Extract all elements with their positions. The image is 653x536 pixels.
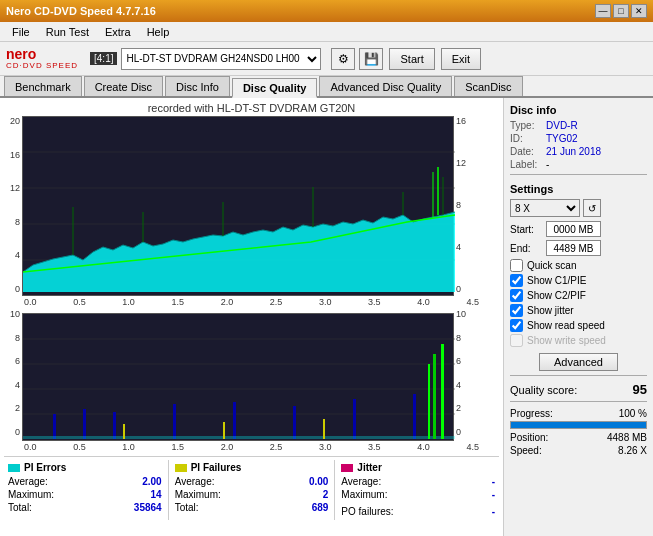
pi-failures-total: 689 (312, 502, 329, 513)
exit-button[interactable]: Exit (441, 48, 481, 70)
svg-rect-21 (293, 406, 296, 439)
disc-type-value: DVD-R (546, 120, 578, 131)
quality-score-label: Quality score: (510, 384, 577, 396)
svg-rect-19 (173, 404, 176, 439)
show-c1-pie-label: Show C1/PIE (527, 275, 586, 286)
stat-divider-1 (168, 460, 169, 520)
end-row: End: (510, 240, 647, 256)
right-panel: Disc info Type: DVD-R ID: TYG02 Date: 21… (503, 98, 653, 536)
top-chart-svg (23, 117, 455, 295)
pi-failures-average-row: Average: 0.00 (175, 475, 329, 488)
tab-disc-quality[interactable]: Disc Quality (232, 78, 318, 98)
svg-rect-28 (223, 422, 225, 439)
start-button[interactable]: Start (389, 48, 434, 70)
main-content: recorded with HL-DT-ST DVDRAM GT20N 20 1… (0, 98, 653, 536)
jitter-maximum: - (492, 489, 495, 500)
show-c2-pif-checkbox[interactable] (510, 289, 523, 302)
tab-scan-disc[interactable]: ScanDisc (454, 76, 522, 96)
show-c2-row: Show C2/PIF (510, 289, 647, 302)
svg-rect-25 (433, 354, 436, 439)
start-row: Start: (510, 221, 647, 237)
show-c2-pif-label: Show C2/PIF (527, 290, 586, 301)
tab-benchmark[interactable]: Benchmark (4, 76, 82, 96)
nero-logo-subtitle: CD·DVD SPEED (6, 61, 78, 70)
speed-row-2: Speed: 8.26 X (510, 445, 647, 456)
pi-errors-maximum: 14 (151, 489, 162, 500)
svg-rect-24 (441, 344, 444, 439)
show-c1-pie-checkbox[interactable] (510, 274, 523, 287)
show-jitter-label: Show jitter (527, 305, 574, 316)
progress-row: Progress: 100 % (510, 408, 647, 419)
menu-help[interactable]: Help (139, 24, 178, 40)
show-jitter-row: Show jitter (510, 304, 647, 317)
show-write-speed-checkbox (510, 334, 523, 347)
menu-extra[interactable]: Extra (97, 24, 139, 40)
position-value: 4488 MB (607, 432, 647, 443)
quality-score-row: Quality score: 95 (510, 382, 647, 397)
menu-run-test[interactable]: Run Test (38, 24, 97, 40)
save-icon-btn[interactable]: 💾 (359, 48, 383, 70)
tabs-row: Benchmark Create Disc Disc Info Disc Qua… (0, 76, 653, 98)
quality-score-value: 95 (633, 382, 647, 397)
show-read-speed-checkbox[interactable] (510, 319, 523, 332)
disc-label-row: Label: - (510, 159, 647, 170)
stats-row: PI Errors Average: 2.00 Maximum: 14 Tota… (4, 456, 499, 520)
show-read-speed-label: Show read speed (527, 320, 605, 331)
bottom-chart-svg (23, 314, 455, 442)
show-read-speed-row: Show read speed (510, 319, 647, 332)
jitter-maximum-row: Maximum: - (341, 488, 495, 501)
show-write-speed-label: Show write speed (527, 335, 606, 346)
close-button[interactable]: ✕ (631, 4, 647, 18)
nero-logo-text: nero (6, 47, 36, 61)
tab-create-disc[interactable]: Create Disc (84, 76, 163, 96)
stat-divider-2 (334, 460, 335, 520)
divider-3 (510, 401, 647, 402)
advanced-button[interactable]: Advanced (539, 353, 618, 371)
jitter-average: - (492, 476, 495, 487)
menu-file[interactable]: File (4, 24, 38, 40)
window-controls: — □ ✕ (595, 4, 647, 18)
tab-advanced-disc-quality[interactable]: Advanced Disc Quality (319, 76, 452, 96)
progress-section: Progress: 100 % Position: 4488 MB Speed:… (510, 408, 647, 456)
show-jitter-checkbox[interactable] (510, 304, 523, 317)
progress-value: 100 % (619, 408, 647, 419)
pi-errors-label: PI Errors (8, 462, 162, 473)
quick-scan-label: Quick scan (527, 260, 576, 271)
jitter-group: Jitter Average: - Maximum: - PO failures… (337, 460, 499, 520)
svg-rect-20 (233, 402, 236, 439)
minimize-button[interactable]: — (595, 4, 611, 18)
speed-label: Speed: (510, 445, 542, 456)
drive-label: [4:1] (90, 52, 117, 65)
start-field[interactable] (546, 221, 601, 237)
pi-errors-group: PI Errors Average: 2.00 Maximum: 14 Tota… (4, 460, 166, 520)
settings-icon-btn[interactable]: ⚙ (331, 48, 355, 70)
disc-id-value: TYG02 (546, 133, 578, 144)
quick-scan-checkbox[interactable] (510, 259, 523, 272)
svg-rect-23 (413, 394, 416, 439)
end-field[interactable] (546, 240, 601, 256)
progress-bar-fill (511, 422, 646, 428)
chart-area: recorded with HL-DT-ST DVDRAM GT20N 20 1… (0, 98, 503, 536)
pi-failures-maximum: 2 (323, 489, 329, 500)
tab-disc-info[interactable]: Disc Info (165, 76, 230, 96)
divider-1 (510, 174, 647, 175)
po-failures-row: PO failures: - (341, 505, 495, 518)
svg-rect-27 (123, 424, 125, 439)
app-title: Nero CD-DVD Speed 4.7.7.16 (6, 5, 156, 17)
maximize-button[interactable]: □ (613, 4, 629, 18)
pi-errors-total-row: Total: 35864 (8, 501, 162, 514)
disc-info-table: Type: DVD-R ID: TYG02 Date: 21 Jun 2018 … (510, 120, 647, 170)
svg-rect-16 (53, 414, 56, 439)
disc-date-row: Date: 21 Jun 2018 (510, 146, 647, 157)
pi-failures-label: PI Failures (175, 462, 329, 473)
speed-combo[interactable]: 8 X (510, 199, 580, 217)
refresh-button[interactable]: ↺ (583, 199, 601, 217)
drive-combo[interactable]: HL-DT-ST DVDRAM GH24NSD0 LH00 (121, 48, 321, 70)
svg-rect-26 (428, 364, 430, 439)
pi-errors-total: 35864 (134, 502, 162, 513)
pi-failures-group: PI Failures Average: 0.00 Maximum: 2 Tot… (171, 460, 333, 520)
jitter-color (341, 464, 353, 472)
progress-label: Progress: (510, 408, 553, 419)
svg-rect-22 (353, 399, 356, 439)
speed-row: 8 X ↺ (510, 199, 647, 217)
